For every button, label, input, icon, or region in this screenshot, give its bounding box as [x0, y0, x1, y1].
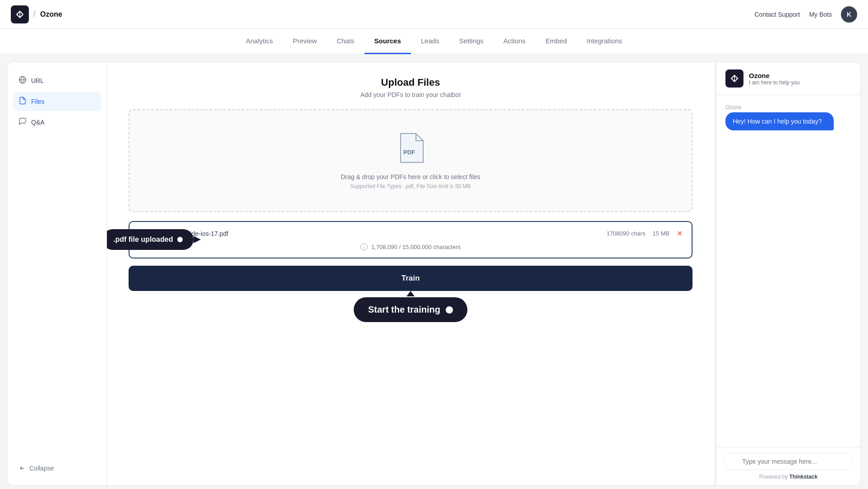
start-training-arrow — [406, 291, 415, 296]
sidebar-bottom: Collapse — [13, 460, 101, 476]
collapse-button[interactable]: Collapse — [18, 465, 96, 472]
file-list-box: iphone-15-user-guide-ios-17.pdf 1708090 … — [129, 221, 693, 258]
char-progress: i 1,708,090 / 15,000,000 characters — [139, 243, 683, 250]
contact-support-link[interactable]: Contact Support — [754, 11, 800, 18]
tab-leads[interactable]: Leads — [411, 29, 449, 54]
start-training-dot — [446, 306, 453, 314]
chat-icon — [18, 117, 27, 127]
upload-subtitle: Add your PDFs to train your chatbot — [129, 91, 693, 98]
powered-by-label: Powered by Thinkstack — [724, 474, 853, 480]
pdf-tooltip-arrow — [194, 236, 201, 243]
chat-sender-label: Ozone — [725, 104, 851, 111]
drop-sub-text: Supported File Types: .pdf, File Size li… — [140, 183, 681, 189]
powered-by-text: Powered by — [759, 474, 788, 480]
user-avatar[interactable]: K — [841, 6, 857, 23]
sidebar-item-files[interactable]: Files — [13, 92, 101, 111]
sidebar-item-qa[interactable]: Q&A — [13, 113, 101, 132]
chat-logo — [725, 69, 743, 88]
tab-sources[interactable]: Sources — [365, 29, 411, 54]
chat-panel: Ozone I am here to help you Ozone Hey! H… — [716, 62, 860, 485]
collapse-label: Collapse — [29, 465, 54, 472]
chat-messages: Ozone Hey! How can I help you today? — [716, 95, 860, 447]
tab-integrations[interactable]: Integrations — [577, 29, 632, 54]
topbar-right: Contact Support My Bots K — [754, 6, 857, 23]
file-meta: 1708090 chars 15 MB ✕ — [606, 229, 683, 238]
drop-zone[interactable]: PDF Drag & drop your PDFs here or click … — [129, 109, 693, 212]
sidebar-item-url[interactable]: URL — [13, 71, 101, 90]
svg-text:PDF: PDF — [403, 149, 415, 156]
chat-input[interactable] — [724, 453, 853, 470]
main-layout: URL Files Q&A — [7, 62, 861, 486]
chat-bubble: Hey! How can I help you today? — [725, 112, 834, 130]
tab-settings[interactable]: Settings — [449, 29, 494, 54]
pdf-tooltip-dot — [177, 237, 183, 242]
globe-icon — [18, 76, 27, 86]
app-name: Ozone — [40, 10, 62, 18]
file-remove-button[interactable]: ✕ — [677, 229, 683, 238]
app-logo[interactable] — [11, 5, 29, 23]
topbar-left: / Ozone — [11, 5, 62, 23]
sidebar-items: URL Files Q&A — [13, 71, 101, 132]
start-training-tooltip: Start the training — [354, 297, 467, 322]
upload-title: Upload Files — [129, 77, 693, 88]
chat-bot-name: Ozone — [749, 72, 800, 79]
pdf-tooltip-label: .pdf file uploaded — [113, 235, 173, 244]
file-row: iphone-15-user-guide-ios-17.pdf 1708090 … — [139, 229, 683, 238]
file-chars: 1708090 chars — [606, 230, 645, 237]
sidebar-label-url: URL — [31, 77, 44, 84]
chat-input-area: 😊 Powered by Thinkstack — [716, 447, 860, 485]
start-training-label: Start the training — [368, 304, 440, 315]
collapse-icon — [18, 465, 26, 472]
my-bots-link[interactable]: My Bots — [809, 11, 832, 18]
train-button-wrapper: Train Start the training — [129, 266, 693, 322]
sidebar-label-qa: Q&A — [31, 119, 45, 126]
train-button[interactable]: Train — [129, 266, 693, 291]
center-panel: .pdf file uploaded Upload Files Add your… — [107, 62, 714, 485]
tab-embed[interactable]: Embed — [536, 29, 577, 54]
powered-by-brand: Thinkstack — [790, 474, 818, 480]
sidebar: URL Files Q&A — [8, 62, 107, 485]
tab-preview[interactable]: Preview — [283, 29, 327, 54]
nav-tabs: Analytics Preview Chats Sources Leads Se… — [0, 29, 868, 55]
chat-input-wrapper: 😊 — [724, 453, 853, 470]
drop-main-text: Drag & drop your PDFs here or click to s… — [140, 173, 681, 180]
info-icon: i — [360, 243, 368, 250]
start-training-tooltip-container: Start the training — [129, 297, 693, 322]
pdf-uploaded-tooltip: .pdf file uploaded — [107, 229, 194, 250]
breadcrumb-slash: / — [33, 9, 36, 19]
chat-header: Ozone I am here to help you — [716, 62, 860, 95]
topbar: / Ozone Contact Support My Bots K — [0, 0, 868, 29]
progress-text: 1,708,090 / 15,000,000 characters — [371, 244, 461, 250]
sidebar-label-files: Files — [31, 98, 45, 105]
chat-bot-status: I am here to help you — [749, 79, 800, 86]
tab-actions[interactable]: Actions — [494, 29, 536, 54]
pdf-tooltip-container: .pdf file uploaded — [107, 229, 194, 250]
tab-analytics[interactable]: Analytics — [236, 29, 283, 54]
chat-bot-info: Ozone I am here to help you — [749, 72, 800, 86]
file-icon — [18, 97, 27, 106]
tab-chats[interactable]: Chats — [327, 29, 364, 54]
pdf-drop-icon: PDF — [140, 132, 681, 166]
file-size: 15 MB — [652, 230, 669, 237]
chat-message-wrapper: Ozone Hey! How can I help you today? — [725, 104, 851, 130]
